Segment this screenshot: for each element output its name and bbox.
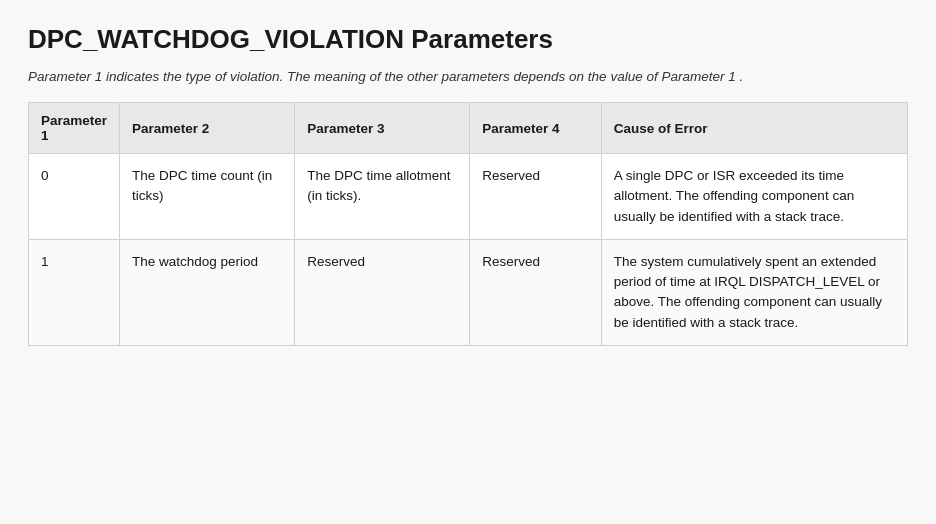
header-param2: Parameter 2: [120, 103, 295, 154]
cell-cause-1: The system cumulatively spent an extende…: [601, 239, 907, 345]
cell-p1-1: 1: [29, 239, 120, 345]
table-header-row: Parameter 1 Parameter 2 Parameter 3 Para…: [29, 103, 908, 154]
param1-ref-1: Parameter 1: [28, 69, 102, 84]
cell-p2-0: The DPC time count (in ticks): [120, 154, 295, 240]
cell-p3-1: Reserved: [295, 239, 470, 345]
cell-p2-1: The watchdog period: [120, 239, 295, 345]
header-param1: Parameter 1: [29, 103, 120, 154]
page-description: Parameter 1 indicates the type of violat…: [28, 69, 908, 84]
header-param3: Parameter 3: [295, 103, 470, 154]
table-row: 1The watchdog periodReservedReservedThe …: [29, 239, 908, 345]
parameters-table: Parameter 1 Parameter 2 Parameter 3 Para…: [28, 102, 908, 346]
page-title: DPC_WATCHDOG_VIOLATION Parameters: [28, 24, 908, 55]
description-text: indicates the type of violation. The mea…: [106, 69, 661, 84]
header-param4: Parameter 4: [470, 103, 602, 154]
table-row: 0The DPC time count (in ticks)The DPC ti…: [29, 154, 908, 240]
cell-cause-0: A single DPC or ISR exceeded its time al…: [601, 154, 907, 240]
header-cause: Cause of Error: [601, 103, 907, 154]
description-period: .: [739, 69, 743, 84]
cell-p3-0: The DPC time allotment (in ticks).: [295, 154, 470, 240]
param1-ref-2: Parameter 1: [661, 69, 735, 84]
cell-p4-0: Reserved: [470, 154, 602, 240]
cell-p1-0: 0: [29, 154, 120, 240]
cell-p4-1: Reserved: [470, 239, 602, 345]
